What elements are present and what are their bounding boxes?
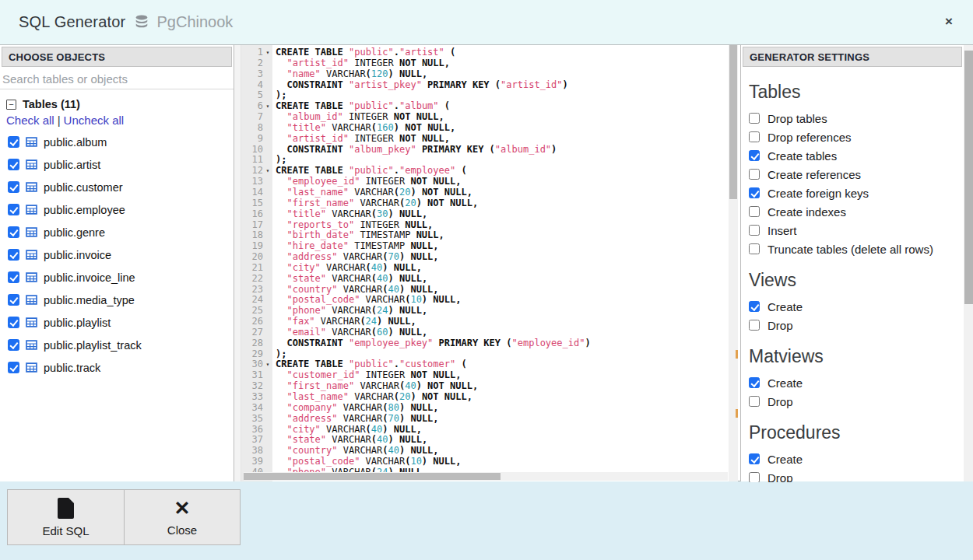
line-number: 35: [241, 414, 263, 425]
setting-checkbox[interactable]: [749, 225, 760, 236]
line-number: 38: [241, 446, 263, 457]
setting-label: Create: [768, 300, 803, 313]
dialog-close-button[interactable]: ×: [945, 13, 953, 30]
setting-checkbox[interactable]: [749, 187, 760, 198]
table-icon: [26, 317, 37, 327]
setting-checkbox[interactable]: [749, 377, 760, 388]
line-number: 4: [241, 80, 263, 91]
setting-checkbox[interactable]: [749, 206, 760, 217]
table-checkbox[interactable]: [8, 204, 19, 215]
setting-checkbox[interactable]: [749, 243, 760, 254]
setting-option-row[interactable]: Create references: [749, 165, 956, 184]
fold-spacer: [263, 241, 272, 252]
code-text: "last_name" VARCHAR(20) NOT NULL,: [272, 187, 472, 198]
table-checkbox[interactable]: [8, 339, 19, 351]
setting-checkbox[interactable]: [749, 150, 760, 161]
line-number: 3: [241, 69, 263, 80]
setting-checkbox[interactable]: [749, 301, 760, 312]
code-line: 12▾CREATE TABLE "public"."employee" (: [241, 166, 729, 177]
table-checkbox[interactable]: [8, 362, 19, 373]
edit-sql-label: Edit SQL: [42, 524, 89, 537]
code-text: "album_id" INTEGER NOT NULL,: [272, 112, 444, 123]
table-row[interactable]: public.genre: [0, 221, 234, 243]
sql-editor[interactable]: 1▾CREATE TABLE "public"."artist" (2 "art…: [241, 45, 729, 481]
setting-option-row[interactable]: Create: [749, 297, 956, 316]
section-heading: Matviews: [749, 346, 956, 367]
setting-option-row[interactable]: Drop references: [749, 128, 956, 146]
settings-scrollbar[interactable]: [964, 45, 973, 481]
tables-group-label: Tables (11): [23, 98, 80, 110]
setting-option-row[interactable]: Create indexes: [749, 202, 956, 221]
check-all-link[interactable]: Check all: [6, 114, 54, 127]
fold-arrow-icon[interactable]: ▾: [263, 47, 272, 58]
fold-spacer: [263, 414, 272, 425]
scrollbar-annotation-mark: [736, 350, 738, 359]
setting-option-row[interactable]: Insert: [749, 221, 956, 240]
code-text: "phone" VARCHAR(24) NULL,: [272, 306, 427, 317]
setting-label: Drop: [768, 395, 793, 408]
table-row[interactable]: public.invoice: [0, 243, 234, 266]
table-row[interactable]: public.employee: [0, 198, 234, 221]
fold-arrow-icon[interactable]: ▾: [263, 166, 272, 177]
table-row[interactable]: public.media_type: [0, 289, 234, 311]
table-row[interactable]: public.artist: [0, 153, 234, 176]
setting-option-row[interactable]: Create tables: [749, 146, 956, 165]
setting-checkbox[interactable]: [749, 113, 760, 124]
collapse-icon[interactable]: −: [6, 100, 16, 110]
editor-vertical-scrollbar[interactable]: [729, 45, 738, 481]
table-checkbox[interactable]: [8, 226, 19, 238]
setting-option-row[interactable]: Create: [749, 450, 956, 468]
section-options: Drop tables Drop references Create table…: [749, 109, 956, 258]
fold-arrow-icon[interactable]: ▾: [263, 101, 272, 112]
table-checkbox[interactable]: [8, 181, 19, 193]
fold-spacer: [263, 112, 272, 123]
code-text: "country" VARCHAR(40) NULL,: [272, 446, 439, 457]
setting-checkbox[interactable]: [749, 169, 760, 180]
setting-option-row[interactable]: Drop tables: [749, 109, 956, 128]
table-checkbox[interactable]: [8, 249, 19, 261]
table-checkbox[interactable]: [8, 294, 19, 306]
fold-spacer: [263, 220, 272, 231]
settings-scrollbar-thumb[interactable]: [964, 51, 973, 304]
setting-checkbox[interactable]: [749, 472, 760, 483]
table-name: public.invoice_line: [44, 271, 135, 284]
table-checkbox[interactable]: [8, 136, 19, 148]
fold-spacer: [263, 58, 272, 69]
fold-arrow-icon[interactable]: ▾: [263, 359, 272, 370]
editor-vertical-scrollbar-thumb[interactable]: [729, 45, 737, 199]
generator-settings-header: GENERATOR SETTINGS: [743, 47, 962, 67]
setting-checkbox[interactable]: [749, 453, 760, 464]
code-line: 16 "title" VARCHAR(30) NULL,: [241, 209, 729, 220]
setting-option-row[interactable]: Drop: [749, 392, 956, 411]
code-text: "name" VARCHAR(120) NULL,: [272, 69, 427, 80]
close-button[interactable]: ✕ Close: [124, 490, 240, 544]
table-row[interactable]: public.playlist_track: [0, 334, 234, 356]
setting-option-row[interactable]: Create foreign keys: [749, 184, 956, 202]
left-panel-scroll-track[interactable]: [234, 45, 241, 481]
editor-horizontal-scrollbar[interactable]: [244, 472, 728, 481]
table-row[interactable]: public.album: [0, 131, 234, 153]
fold-spacer: [263, 317, 272, 327]
code-line: 39 "postal_code" VARCHAR(10) NULL,: [241, 457, 729, 467]
table-row[interactable]: public.playlist: [0, 311, 234, 334]
editor-horizontal-scrollbar-thumb[interactable]: [244, 473, 501, 480]
table-checkbox[interactable]: [8, 271, 19, 283]
line-number: 7: [241, 112, 263, 123]
setting-checkbox[interactable]: [749, 131, 760, 142]
table-checkbox[interactable]: [8, 159, 19, 170]
edit-sql-button[interactable]: Edit SQL: [8, 490, 124, 544]
setting-checkbox[interactable]: [749, 396, 760, 407]
table-row[interactable]: public.invoice_line: [0, 266, 234, 289]
setting-option-row[interactable]: Drop: [749, 316, 956, 334]
search-input[interactable]: [0, 68, 234, 89]
connection-name: PgChinook: [156, 13, 233, 31]
code-text: "email" VARCHAR(60) NULL,: [272, 327, 427, 338]
setting-checkbox[interactable]: [749, 320, 760, 331]
setting-option-row[interactable]: Create: [749, 373, 956, 392]
table-row[interactable]: public.track: [0, 356, 234, 379]
table-checkbox[interactable]: [8, 317, 19, 328]
uncheck-all-link[interactable]: Uncheck all: [64, 114, 125, 127]
dialog-header: SQL Generator PgChinook ×: [0, 0, 973, 45]
setting-option-row[interactable]: Truncate tables (delete all rows): [749, 240, 956, 258]
table-row[interactable]: public.customer: [0, 176, 234, 198]
